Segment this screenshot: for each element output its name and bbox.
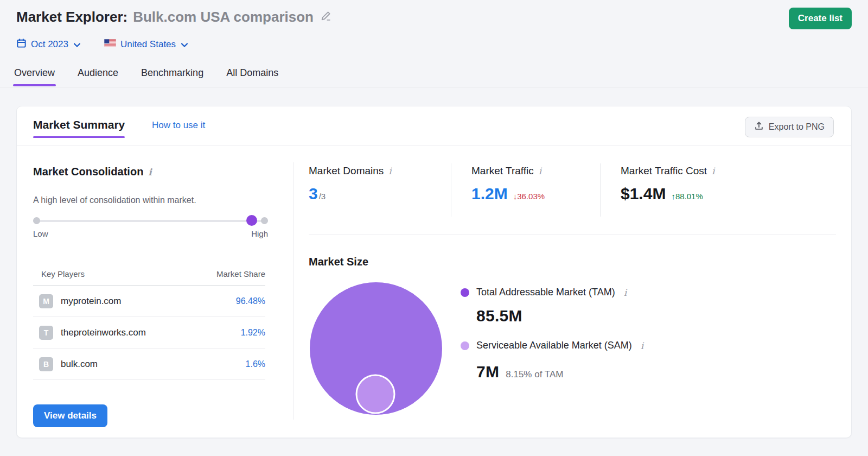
tam-legend-label: Total Addressable Market (TAM) bbox=[476, 287, 615, 298]
consolidation-slider-track[interactable] bbox=[33, 220, 268, 222]
domain-avatar: T bbox=[39, 326, 53, 340]
market-share-value[interactable]: 1.6% bbox=[246, 359, 265, 369]
domain-label: theproteinworks.com bbox=[61, 327, 241, 338]
info-icon[interactable]: i bbox=[148, 167, 151, 178]
stat-label-text: Market Domains bbox=[309, 165, 384, 177]
slider-end-dot bbox=[261, 217, 268, 224]
country-selector-label: United States bbox=[120, 39, 176, 50]
legend-tam: Total Addressable Market (TAM) i bbox=[461, 287, 627, 298]
table-row[interactable]: B bulk.com 1.6% bbox=[33, 349, 265, 380]
chevron-down-icon bbox=[181, 39, 188, 50]
market-summary-card: Market Summary How to use it Export to P… bbox=[16, 106, 852, 438]
page-title: Market Explorer: Bulk.com USA comparison bbox=[16, 9, 332, 26]
export-to-png-button[interactable]: Export to PNG bbox=[745, 117, 834, 137]
domain-label: myprotein.com bbox=[61, 296, 236, 307]
column-divider bbox=[293, 162, 294, 420]
info-icon[interactable]: i bbox=[624, 287, 627, 298]
sam-value-row: 7M 8.15% of TAM bbox=[476, 363, 563, 381]
col-market-share: Market Share bbox=[216, 269, 265, 278]
tam-value: 85.5M bbox=[476, 307, 522, 325]
key-players-table: Key Players Market Share M myprotein.com… bbox=[33, 269, 265, 380]
tab-overview[interactable]: Overview bbox=[14, 67, 55, 86]
slider-labels: Low High bbox=[33, 229, 268, 238]
view-details-button[interactable]: View details bbox=[33, 404, 107, 427]
market-consolidation-title-text: Market Consolidation bbox=[33, 166, 143, 178]
market-size-title: Market Size bbox=[309, 256, 368, 268]
legend-sam: Serviceable Available Market (SAM) i bbox=[461, 340, 643, 351]
info-icon[interactable]: i bbox=[539, 166, 541, 176]
create-list-button[interactable]: Create list bbox=[789, 8, 852, 29]
tab-benchmarking[interactable]: Benchmarking bbox=[141, 67, 203, 86]
page-title-prefix: Market Explorer: bbox=[16, 9, 127, 26]
consolidation-slider[interactable] bbox=[33, 214, 268, 226]
edit-title-icon[interactable] bbox=[320, 9, 332, 26]
stat-change-value: 88.01% bbox=[675, 192, 703, 201]
stat-label-text: Market Traffic Cost bbox=[621, 165, 707, 177]
slider-high-label: High bbox=[251, 229, 268, 238]
sam-legend-label: Serviceable Available Market (SAM) bbox=[476, 340, 632, 351]
stat-market-domains: Market Domains i 3/3 bbox=[309, 165, 392, 203]
sam-circle[interactable] bbox=[356, 375, 394, 413]
sam-value: 7M bbox=[476, 363, 499, 381]
date-selector-label: Oct 2023 bbox=[31, 39, 68, 50]
domain-avatar: B bbox=[39, 357, 53, 371]
stat-divider bbox=[600, 163, 601, 217]
stat-value: 1.2M bbox=[471, 185, 508, 203]
table-row[interactable]: M myprotein.com 96.48% bbox=[33, 286, 265, 317]
us-flag-icon bbox=[104, 39, 116, 50]
stat-suffix: /3 bbox=[319, 192, 326, 201]
tam-legend-dot bbox=[461, 288, 469, 297]
country-selector[interactable]: United States bbox=[104, 39, 188, 50]
stat-label: Market Domains i bbox=[309, 165, 392, 177]
tabs-divider bbox=[0, 87, 868, 87]
info-icon[interactable]: i bbox=[641, 340, 643, 351]
sam-note: 8.15% of TAM bbox=[506, 369, 563, 380]
consolidation-slider-handle[interactable] bbox=[246, 215, 257, 226]
stat-label-text: Market Traffic bbox=[471, 165, 534, 177]
date-selector[interactable]: Oct 2023 bbox=[16, 38, 80, 51]
main-tabs: Overview Audience Benchmarking All Domai… bbox=[14, 67, 278, 86]
export-button-label: Export to PNG bbox=[769, 122, 825, 132]
tab-market-summary[interactable]: Market Summary bbox=[33, 118, 125, 138]
stat-value: $1.4M bbox=[621, 185, 666, 203]
info-icon[interactable]: i bbox=[388, 166, 391, 176]
stat-divider bbox=[451, 163, 451, 217]
sam-legend-dot bbox=[461, 341, 469, 350]
arrow-up-icon: ↑ bbox=[671, 192, 675, 201]
tab-all-domains[interactable]: All Domains bbox=[226, 67, 278, 86]
market-share-value[interactable]: 96.48% bbox=[236, 296, 265, 306]
market-share-value[interactable]: 1.92% bbox=[241, 328, 265, 338]
stat-value: 3 bbox=[309, 185, 318, 203]
key-players-table-header: Key Players Market Share bbox=[33, 269, 265, 286]
market-size-bubble-chart bbox=[304, 278, 451, 423]
stat-label: Market Traffic i bbox=[471, 165, 545, 177]
market-consolidation-description: A high level of consolidation within mar… bbox=[33, 195, 196, 205]
stat-change-value: 36.03% bbox=[517, 192, 545, 201]
slider-low-label: Low bbox=[33, 229, 48, 238]
stats-divider bbox=[309, 235, 836, 235]
table-row[interactable]: T theproteinworks.com 1.92% bbox=[33, 317, 265, 349]
stat-label: Market Traffic Cost i bbox=[621, 165, 715, 177]
info-icon[interactable]: i bbox=[712, 166, 714, 176]
stat-change-negative: ↓36.03% bbox=[513, 192, 545, 201]
chevron-down-icon bbox=[74, 39, 80, 50]
domain-label: bulk.com bbox=[61, 359, 246, 370]
card-header-divider bbox=[17, 145, 851, 145]
col-key-players: Key Players bbox=[41, 269, 85, 278]
stat-market-traffic: Market Traffic i 1.2M ↓36.03% bbox=[471, 165, 545, 203]
stat-market-traffic-cost: Market Traffic Cost i $1.4M ↑88.01% bbox=[621, 165, 715, 203]
calendar-icon bbox=[16, 38, 27, 51]
tab-audience[interactable]: Audience bbox=[78, 67, 118, 86]
domain-avatar: M bbox=[39, 294, 53, 308]
stat-change-positive: ↑88.01% bbox=[671, 192, 703, 201]
export-icon bbox=[754, 121, 764, 133]
market-consolidation-title: Market Consolidation i bbox=[33, 166, 152, 178]
filters-row: Oct 2023 United States bbox=[16, 38, 188, 51]
slider-start-dot bbox=[33, 217, 40, 224]
page-title-name: Bulk.com USA comparison bbox=[133, 9, 314, 26]
how-to-use-link[interactable]: How to use it bbox=[152, 120, 205, 131]
